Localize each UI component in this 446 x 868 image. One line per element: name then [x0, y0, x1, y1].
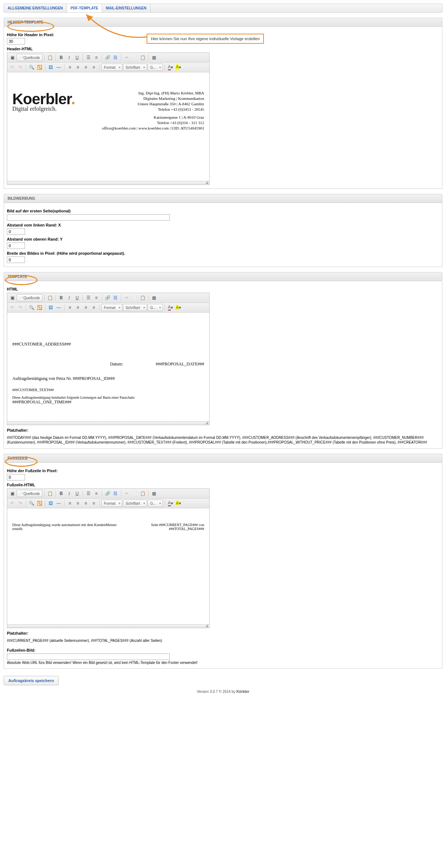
link-icon[interactable]: 🔗 — [104, 490, 111, 497]
hr-icon[interactable]: — — [55, 304, 62, 311]
tab-mail[interactable]: MAIL-EINSTELLUNGEN — [102, 4, 150, 12]
align-justify-icon[interactable]: ≡ — [90, 500, 97, 507]
image-icon[interactable]: 🖼 — [47, 500, 54, 507]
top-margin-input[interactable] — [7, 242, 25, 249]
maximize-icon[interactable]: ▣ — [9, 54, 16, 61]
image-width-input[interactable] — [7, 257, 25, 263]
italic-icon[interactable]: I — [66, 54, 73, 61]
redo-icon[interactable]: ↷ — [17, 500, 24, 507]
editor-resize-handle[interactable] — [7, 421, 209, 425]
font-select[interactable]: Schriftart — [123, 64, 147, 71]
hr-icon[interactable]: — — [55, 500, 62, 507]
find-icon[interactable]: 🔍 — [28, 304, 35, 311]
redo-icon[interactable]: ↷ — [17, 64, 24, 71]
bgcolor-icon[interactable]: A▾ — [175, 500, 182, 507]
replace-icon[interactable]: 🔁 — [36, 64, 43, 71]
textcolor-icon[interactable]: A▾ — [167, 64, 174, 71]
source-button[interactable]: 📄 Quellcode — [17, 490, 42, 497]
redo-icon[interactable]: ↷ — [17, 304, 24, 311]
format-select[interactable]: Format — [101, 500, 122, 507]
cut-icon[interactable]: ✂ — [123, 490, 130, 497]
preview-icon[interactable]: 📋 — [46, 294, 54, 301]
footer-editor-content[interactable]: Diese Auftragsbestätigung wurde automati… — [7, 508, 209, 624]
align-center-icon[interactable]: ≡ — [74, 500, 81, 507]
number-list-icon[interactable]: ≡ — [93, 54, 100, 61]
number-list-icon[interactable]: ≡ — [93, 294, 100, 301]
tab-general[interactable]: ALLGEMEINE EINSTELLUNGEN — [4, 4, 67, 12]
size-select[interactable]: G... — [148, 500, 163, 507]
bgcolor-icon[interactable]: A▾ — [175, 64, 182, 71]
table-icon[interactable]: ▦ — [150, 54, 157, 61]
bold-icon[interactable]: B — [58, 54, 65, 61]
copy-icon[interactable]: 📄 — [131, 54, 138, 61]
cut-icon[interactable]: ✂ — [123, 294, 130, 301]
bgcolor-icon[interactable]: A▾ — [175, 304, 182, 311]
tab-pdf-template[interactable]: PDF-TEMPLATE — [67, 4, 102, 12]
image-icon[interactable]: 🖼 — [47, 64, 54, 71]
align-center-icon[interactable]: ≡ — [74, 64, 81, 71]
bullet-list-icon[interactable]: ☰ — [85, 54, 92, 61]
unlink-icon[interactable]: ⛓ — [112, 54, 119, 61]
editor-resize-handle[interactable] — [7, 181, 209, 185]
maximize-icon[interactable]: ▣ — [9, 294, 16, 301]
number-list-icon[interactable]: ≡ — [93, 490, 100, 497]
format-select[interactable]: Format — [101, 304, 122, 311]
align-right-icon[interactable]: ≡ — [82, 64, 89, 71]
preview-icon[interactable]: 📋 — [46, 490, 54, 497]
paste-icon[interactable]: 📋 — [139, 490, 146, 497]
undo-icon[interactable]: ↶ — [9, 304, 16, 311]
bold-icon[interactable]: B — [58, 490, 65, 497]
bold-icon[interactable]: B — [58, 294, 65, 301]
font-select[interactable]: Schriftart — [123, 500, 147, 507]
align-right-icon[interactable]: ≡ — [82, 304, 89, 311]
unlink-icon[interactable]: ⛓ — [112, 490, 119, 497]
footer-height-input[interactable] — [7, 474, 25, 480]
align-left-icon[interactable]: ≡ — [66, 64, 73, 71]
table-icon[interactable]: ▦ — [150, 294, 157, 301]
source-button[interactable]: 📄 Quellcode — [17, 294, 42, 301]
first-page-image-input[interactable] — [7, 214, 170, 221]
editor-resize-handle[interactable] — [7, 624, 209, 628]
format-select[interactable]: Format — [101, 64, 122, 71]
hr-icon[interactable]: — — [55, 64, 62, 71]
left-margin-input[interactable] — [7, 228, 25, 235]
header-editor-content[interactable]: Koerbler. Digital erfolgreich. Ing. Dipl… — [7, 72, 209, 181]
align-center-icon[interactable]: ≡ — [74, 304, 81, 311]
textcolor-icon[interactable]: A▾ — [167, 500, 174, 507]
replace-icon[interactable]: 🔁 — [36, 304, 43, 311]
size-select[interactable]: G... — [148, 64, 163, 71]
textcolor-icon[interactable]: A▾ — [167, 304, 174, 311]
paste-icon[interactable]: 📋 — [139, 54, 146, 61]
size-select[interactable]: G... — [148, 304, 163, 311]
image-icon[interactable]: 🖼 — [47, 304, 54, 311]
header-height-input[interactable] — [7, 38, 25, 45]
align-left-icon[interactable]: ≡ — [66, 500, 73, 507]
preview-icon[interactable]: 📋 — [46, 54, 54, 61]
align-left-icon[interactable]: ≡ — [66, 304, 73, 311]
template-editor-content[interactable]: ###CUSTOMER_ADDRESS### Datum:###PROPOSAL… — [7, 313, 209, 421]
underline-icon[interactable]: U — [73, 490, 81, 497]
underline-icon[interactable]: U — [73, 294, 81, 301]
align-justify-icon[interactable]: ≡ — [90, 304, 97, 311]
copy-icon[interactable]: 📄 — [131, 294, 138, 301]
copy-icon[interactable]: 📄 — [131, 490, 138, 497]
underline-icon[interactable]: U — [73, 54, 81, 61]
align-justify-icon[interactable]: ≡ — [90, 64, 97, 71]
unlink-icon[interactable]: ⛓ — [112, 294, 119, 301]
table-icon[interactable]: ▦ — [150, 490, 157, 497]
paste-icon[interactable]: 📋 — [139, 294, 146, 301]
footer-image-input[interactable] — [7, 653, 170, 660]
italic-icon[interactable]: I — [66, 490, 73, 497]
cut-icon[interactable]: ✂ — [123, 54, 130, 61]
align-right-icon[interactable]: ≡ — [82, 500, 89, 507]
undo-icon[interactable]: ↶ — [9, 64, 16, 71]
bullet-list-icon[interactable]: ☰ — [85, 294, 92, 301]
source-button[interactable]: 📄 Quellcode — [17, 54, 42, 61]
undo-icon[interactable]: ↶ — [9, 500, 16, 507]
bullet-list-icon[interactable]: ☰ — [85, 490, 92, 497]
italic-icon[interactable]: I — [66, 294, 73, 301]
maximize-icon[interactable]: ▣ — [9, 490, 16, 497]
font-select[interactable]: Schriftart — [123, 304, 147, 311]
find-icon[interactable]: 🔍 — [28, 500, 35, 507]
replace-icon[interactable]: 🔁 — [36, 500, 43, 507]
